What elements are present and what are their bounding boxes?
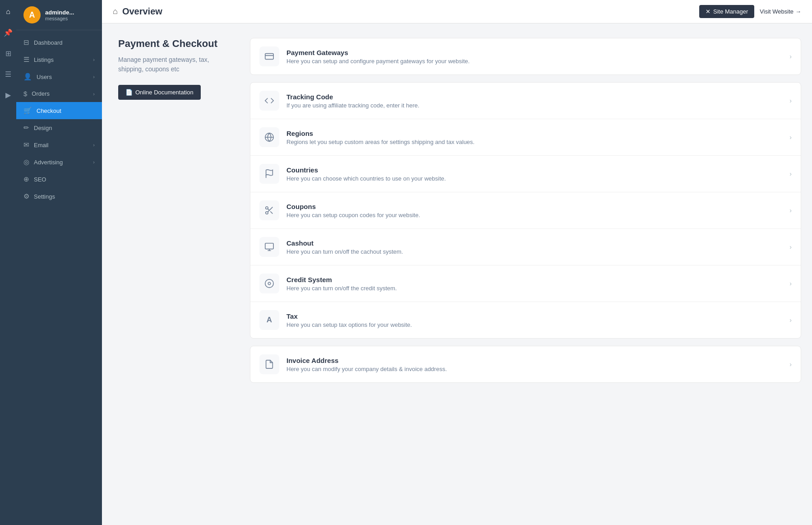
payment-gateways-item[interactable]: Payment Gateways Here you can setup and … (250, 38, 801, 74)
countries-desc: Here you can choose which countries to u… (286, 175, 784, 182)
sidebar-item-email[interactable]: ✉ Email › (16, 136, 102, 153)
code-icon (259, 91, 279, 111)
settings-icon: ⚙ (23, 192, 29, 200)
sidebar-messages: messages (45, 16, 74, 21)
chevron-right-icon: › (789, 316, 792, 324)
avatar: A (23, 6, 41, 23)
tax-icon: A (259, 310, 279, 330)
section-title: Payment & Checkout (118, 38, 235, 50)
orders-icon: $ (23, 90, 27, 98)
sidebar-item-label: Design (34, 125, 52, 131)
payment-gateways-title: Payment Gateways (286, 49, 784, 56)
sidebar-item-users[interactable]: 👤 Users › (16, 68, 102, 85)
icon-rail: ⌂ 📌 ⊞ ☰ ▶ (0, 0, 16, 525)
sidebar-item-dashboard[interactable]: ⊟ Dashboard (16, 34, 102, 51)
svg-rect-10 (265, 243, 273, 249)
main-wrapper: ⌂ Overview ✕ Site Manager Visit Website … (102, 0, 812, 525)
chevron-right-icon: › (93, 159, 95, 165)
svg-point-14 (268, 282, 271, 285)
chevron-right-icon: › (93, 142, 95, 148)
left-panel: Payment & Checkout Manage payment gatewa… (118, 38, 235, 511)
chevron-right-icon: › (789, 361, 792, 368)
play-rail-icon[interactable]: ▶ (2, 88, 14, 101)
invoice-address-title: Invoice Address (286, 357, 784, 364)
coupons-desc: Here you can setup coupon codes for your… (286, 212, 784, 218)
chevron-right-icon: › (789, 243, 792, 251)
sidebar-item-orders[interactable]: $ Orders › (16, 85, 102, 102)
site-manager-icon: ✕ (706, 8, 710, 15)
svg-point-5 (266, 207, 268, 209)
sidebar-item-settings[interactable]: ⚙ Settings (16, 188, 102, 205)
sidebar-item-label: Checkout (37, 107, 61, 114)
sidebar-user-info: adminde... messages (45, 9, 74, 21)
grid-rail-icon[interactable]: ⊞ (2, 47, 14, 60)
tracking-code-desc: If you are using affiliate tracking code… (286, 102, 784, 109)
sidebar-item-label: Listings (34, 56, 54, 63)
sidebar-item-label: SEO (34, 176, 46, 183)
tracking-code-title: Tracking Code (286, 93, 784, 101)
topbar-right: ✕ Site Manager Visit Website → (699, 5, 801, 18)
countries-title: Countries (286, 166, 784, 174)
online-documentation-button[interactable]: 📄 Online Documentation (118, 85, 201, 100)
email-icon: ✉ (23, 141, 29, 149)
sidebar-item-label: Users (37, 74, 52, 80)
sidebar-item-seo[interactable]: ⊕ SEO (16, 171, 102, 188)
advertising-icon: ◎ (23, 158, 29, 166)
sidebar-nav: ⊟ Dashboard ☰ Listings › 👤 Users › $ Ord… (16, 30, 102, 525)
flag-icon (259, 164, 279, 184)
list-rail-icon[interactable]: ☰ (2, 68, 14, 80)
tax-title: Tax (286, 312, 784, 320)
cashout-item[interactable]: Cashout Here you can turn on/off the cac… (250, 229, 801, 265)
arrow-right-icon: → (795, 8, 801, 15)
topbar-left: ⌂ Overview (113, 6, 162, 17)
users-icon: 👤 (23, 73, 32, 81)
countries-item[interactable]: Countries Here you can choose which coun… (250, 156, 801, 192)
tax-item[interactable]: A Tax Here you can setup tax options for… (250, 302, 801, 338)
cashout-desc: Here you can turn on/off the cachout sys… (286, 248, 784, 255)
disc-icon (259, 274, 279, 293)
svg-line-9 (268, 209, 269, 210)
pin-rail-icon[interactable]: 📌 (2, 26, 14, 39)
sidebar-header: A adminde... messages (16, 0, 102, 30)
site-manager-button[interactable]: ✕ Site Manager (699, 5, 754, 18)
globe-icon (259, 127, 279, 147)
topbar-home-icon: ⌂ (113, 7, 118, 16)
file-icon (259, 354, 279, 374)
sidebar-item-design[interactable]: ✏ Design (16, 119, 102, 136)
sidebar-item-checkout[interactable]: 🛒 Checkout (16, 102, 102, 119)
credit-system-item[interactable]: Credit System Here you can turn on/off t… (250, 265, 801, 302)
visit-website-button[interactable]: Visit Website → (760, 8, 801, 15)
payment-gateways-card: Payment Gateways Here you can setup and … (250, 38, 801, 75)
sidebar-item-listings[interactable]: ☰ Listings › (16, 51, 102, 68)
invoice-address-card: Invoice Address Here you can modify your… (250, 346, 801, 383)
chevron-right-icon: › (93, 57, 95, 62)
docs-icon: 📄 (125, 89, 133, 96)
right-panel: Payment Gateways Here you can setup and … (250, 38, 801, 511)
invoice-address-desc: Here you can modify your company details… (286, 366, 784, 372)
chevron-right-icon: › (93, 91, 95, 97)
sidebar-item-label: Dashboard (34, 39, 63, 46)
design-icon: ✏ (23, 124, 29, 132)
listings-icon: ☰ (23, 56, 29, 64)
chevron-right-icon: › (93, 74, 95, 79)
page-title: Overview (122, 6, 162, 17)
cashout-title: Cashout (286, 239, 784, 247)
checkout-icon: 🛒 (23, 107, 32, 115)
section-description: Manage payment gateways, tax, shipping, … (118, 55, 235, 74)
tax-desc: Here you can setup tax options for your … (286, 321, 784, 328)
chevron-right-icon: › (789, 280, 792, 287)
sidebar-item-label: Settings (34, 193, 55, 200)
sidebar-item-advertising[interactable]: ◎ Advertising › (16, 153, 102, 171)
coupons-title: Coupons (286, 203, 784, 210)
tracking-code-item[interactable]: Tracking Code If you are using affiliate… (250, 83, 801, 119)
credit-system-desc: Here you can turn on/off the credit syst… (286, 285, 784, 292)
cashout-icon (259, 237, 279, 257)
regions-item[interactable]: Regions Regions let you setup custom are… (250, 119, 801, 156)
seo-icon: ⊕ (23, 175, 29, 183)
svg-point-13 (265, 279, 273, 288)
sidebar-item-label: Email (34, 142, 49, 149)
home-rail-icon[interactable]: ⌂ (2, 5, 14, 18)
invoice-address-item[interactable]: Invoice Address Here you can modify your… (250, 346, 801, 382)
regions-desc: Regions let you setup custom areas for s… (286, 139, 784, 145)
coupons-item[interactable]: Coupons Here you can setup coupon codes … (250, 192, 801, 229)
